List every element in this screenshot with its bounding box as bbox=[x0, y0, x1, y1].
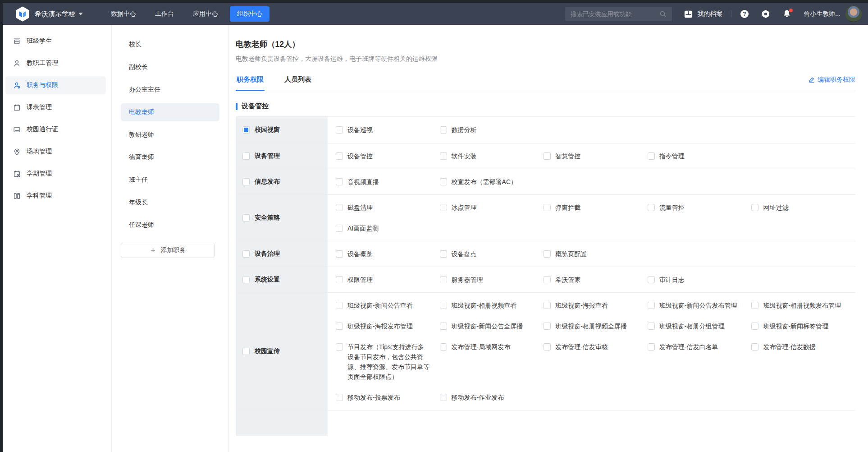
permission-checkbox[interactable] bbox=[336, 302, 343, 309]
permission-checkbox[interactable] bbox=[648, 276, 655, 283]
permission-item[interactable]: 班级视窗-海报查看 bbox=[544, 300, 648, 310]
group-checkbox[interactable] bbox=[242, 276, 250, 283]
permission-checkbox[interactable] bbox=[751, 343, 758, 351]
permission-item[interactable]: 智慧管控 bbox=[544, 151, 648, 161]
permission-checkbox[interactable] bbox=[544, 343, 551, 351]
permission-checkbox[interactable] bbox=[336, 152, 343, 160]
sidebar-item[interactable]: 教职工管理 bbox=[5, 54, 106, 72]
permission-item[interactable]: 班级视窗-相册视频发布管理 bbox=[751, 300, 855, 310]
search-input[interactable] bbox=[571, 11, 659, 18]
permission-checkbox[interactable] bbox=[440, 204, 447, 211]
sidebar-item[interactable]: 班级学生 bbox=[5, 32, 106, 50]
permission-checkbox[interactable] bbox=[336, 343, 343, 351]
permission-item[interactable]: 发布管理-局域网发布 bbox=[440, 342, 544, 352]
permission-item[interactable]: 设备概览 bbox=[336, 249, 440, 259]
permission-checkbox[interactable] bbox=[648, 302, 655, 309]
role-item[interactable]: 办公室主任 bbox=[121, 81, 219, 99]
permission-checkbox[interactable] bbox=[544, 302, 551, 309]
permission-checkbox[interactable] bbox=[336, 323, 343, 330]
permission-checkbox[interactable] bbox=[440, 276, 447, 283]
permission-checkbox[interactable] bbox=[336, 250, 343, 258]
permission-item[interactable]: 流量管控 bbox=[648, 203, 752, 212]
permission-item[interactable]: 班级视窗-新闻公告全屏播 bbox=[440, 321, 544, 331]
topnav-item[interactable]: 数据中心 bbox=[104, 6, 143, 22]
edit-permissions-link[interactable]: 编辑职务权限 bbox=[809, 76, 855, 91]
permission-item[interactable]: 概览页配置 bbox=[544, 249, 648, 259]
app-search[interactable] bbox=[565, 7, 672, 21]
permission-checkbox[interactable] bbox=[544, 204, 551, 211]
permission-item[interactable]: 班级视窗-新闻公告查看 bbox=[336, 300, 440, 310]
topnav-item[interactable]: 应用中心 bbox=[186, 6, 225, 22]
user-name[interactable]: 曾小生教师... bbox=[804, 10, 841, 18]
permission-item[interactable]: 设备管控 bbox=[336, 151, 440, 161]
role-item[interactable]: 教研老师 bbox=[121, 126, 219, 144]
tab[interactable]: 人员列表 bbox=[283, 75, 312, 91]
user-avatar[interactable] bbox=[845, 6, 862, 22]
permission-checkbox[interactable] bbox=[336, 225, 343, 232]
permission-item[interactable]: 移动发布-作业发布 bbox=[440, 392, 544, 402]
permission-item[interactable]: 弹窗拦截 bbox=[544, 203, 648, 212]
help-button[interactable]: ? bbox=[740, 9, 749, 18]
permission-item[interactable]: 权限管理 bbox=[336, 275, 440, 285]
role-item[interactable]: 班主任 bbox=[121, 171, 219, 189]
permission-item[interactable]: 班级视窗-新闻标签管理 bbox=[751, 321, 855, 331]
permission-checkbox[interactable] bbox=[544, 250, 551, 258]
my-archive-button[interactable]: 我的档案 bbox=[684, 9, 722, 19]
permission-item[interactable]: 发布管理-信发审核 bbox=[544, 342, 648, 352]
permission-checkbox[interactable] bbox=[544, 323, 551, 330]
tab[interactable]: 职务权限 bbox=[236, 75, 265, 91]
permission-item[interactable]: 指令管理 bbox=[648, 151, 752, 161]
permission-checkbox[interactable] bbox=[440, 343, 447, 351]
permission-checkbox[interactable] bbox=[440, 394, 447, 401]
permission-item[interactable]: 服务器管理 bbox=[440, 275, 544, 285]
notifications-button[interactable] bbox=[782, 9, 791, 18]
sidebar-item[interactable]: 校园通行证 bbox=[5, 120, 106, 138]
permission-checkbox[interactable] bbox=[440, 178, 447, 185]
sidebar-item[interactable]: 学期管理 bbox=[5, 165, 106, 183]
role-item[interactable]: 电教老师 bbox=[121, 103, 219, 121]
permission-checkbox[interactable] bbox=[544, 152, 551, 160]
role-item[interactable]: 校长 bbox=[121, 36, 219, 54]
permission-item[interactable]: 希沃管家 bbox=[544, 275, 648, 285]
permission-checkbox[interactable] bbox=[648, 323, 655, 330]
role-item[interactable]: 任课老师 bbox=[121, 216, 219, 234]
permission-checkbox[interactable] bbox=[751, 323, 758, 330]
role-item[interactable]: 德育老师 bbox=[121, 148, 219, 166]
settings-button[interactable] bbox=[761, 9, 770, 18]
permission-item[interactable]: AI画面监测 bbox=[336, 223, 440, 233]
sidebar-item[interactable]: 学科管理 bbox=[5, 187, 106, 205]
permission-item[interactable]: 审计日志 bbox=[648, 275, 752, 285]
permission-checkbox[interactable] bbox=[336, 178, 343, 185]
permission-item[interactable]: 节目发布（Tips:支持进行多设备节目发布，包含公共资源、推荐资源、发布节目单等… bbox=[336, 342, 440, 382]
school-switcher[interactable]: 希沃演示学校 bbox=[35, 10, 83, 18]
permission-item[interactable]: 音视频直播 bbox=[336, 177, 440, 187]
group-checkbox[interactable] bbox=[242, 152, 250, 160]
sidebar-item[interactable]: 场地管理 bbox=[5, 143, 106, 161]
sidebar-item[interactable]: 课表管理 bbox=[5, 98, 106, 116]
permission-item[interactable]: 班级视窗-相册视频全屏播 bbox=[544, 321, 648, 331]
permission-checkbox[interactable] bbox=[751, 302, 758, 309]
group-checkbox[interactable] bbox=[242, 348, 250, 355]
permission-checkbox[interactable] bbox=[336, 126, 343, 134]
group-checkbox[interactable] bbox=[242, 126, 250, 134]
permission-item[interactable]: 软件安装 bbox=[440, 151, 544, 161]
permission-item[interactable]: 发布管理-信发数据 bbox=[751, 342, 855, 352]
topnav-item[interactable]: 组织中心 bbox=[230, 6, 270, 22]
permission-checkbox[interactable] bbox=[648, 343, 655, 351]
permission-checkbox[interactable] bbox=[648, 204, 655, 211]
group-checkbox[interactable] bbox=[242, 214, 250, 221]
permission-checkbox[interactable] bbox=[440, 302, 447, 309]
permission-item[interactable]: 发布管理-信发白名单 bbox=[648, 342, 752, 352]
permission-checkbox[interactable] bbox=[440, 250, 447, 258]
permission-item[interactable]: 校宣发布（需部署AC） bbox=[440, 177, 544, 187]
permission-checkbox[interactable] bbox=[336, 276, 343, 283]
group-checkbox[interactable] bbox=[242, 250, 250, 258]
role-item[interactable]: 副校长 bbox=[121, 58, 219, 76]
topnav-item[interactable]: 工作台 bbox=[148, 6, 181, 22]
permission-checkbox[interactable] bbox=[648, 152, 655, 160]
permission-item[interactable]: 班级视窗-海报发布管理 bbox=[336, 321, 440, 331]
permission-item[interactable]: 班级视窗-新闻公告发布管理 bbox=[648, 300, 752, 310]
permission-item[interactable]: 移动发布-投票发布 bbox=[336, 392, 440, 402]
permission-item[interactable]: 班级视窗-相册视频查看 bbox=[440, 300, 544, 310]
permission-checkbox[interactable] bbox=[440, 126, 447, 134]
